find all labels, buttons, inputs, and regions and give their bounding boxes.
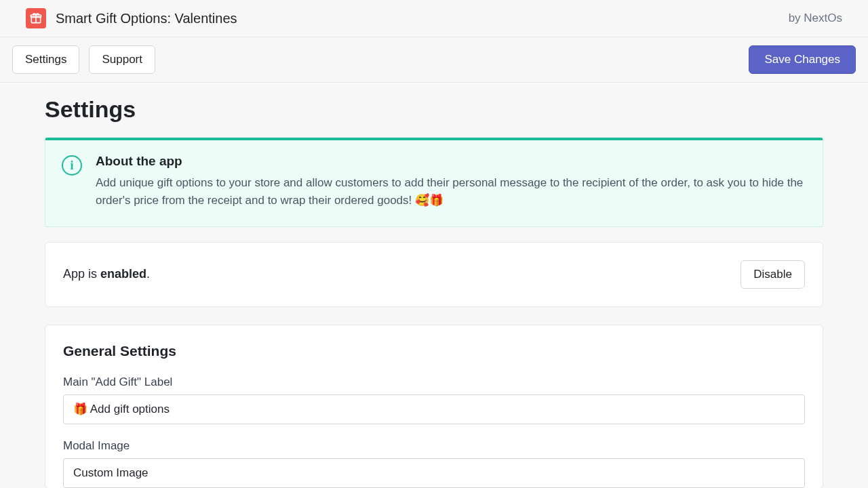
app-header: Smart Gift Options: Valentines by NextOs — [0, 0, 868, 37]
about-text: Add unique gift options to your store an… — [96, 174, 806, 210]
main-add-gift-label: Main "Add Gift" Label — [63, 375, 805, 389]
save-changes-button[interactable]: Save Changes — [749, 45, 856, 74]
header-left: Smart Gift Options: Valentines — [26, 8, 237, 28]
page-title: Settings — [45, 96, 823, 123]
about-card: i About the app Add unique gift options … — [45, 138, 823, 227]
app-title: Smart Gift Options: Valentines — [56, 11, 237, 26]
status-state: enabled — [100, 267, 146, 281]
toolbar: Settings Support Save Changes — [0, 37, 868, 83]
app-icon — [26, 8, 46, 28]
disable-button[interactable]: Disable — [741, 260, 805, 289]
status-suffix: . — [146, 267, 150, 281]
general-settings-title: General Settings — [63, 343, 805, 359]
toolbar-left: Settings Support — [12, 45, 155, 74]
content: Settings i About the app Add unique gift… — [0, 83, 868, 488]
about-heading: About the app — [96, 154, 806, 169]
modal-image-label: Modal Image — [63, 439, 805, 453]
about-body: About the app Add unique gift options to… — [96, 154, 806, 210]
general-settings-card: General Settings Main "Add Gift" Label M… — [45, 325, 823, 488]
byline: by NextOs — [789, 12, 842, 25]
status-text: App is enabled. — [63, 267, 150, 281]
main-add-gift-input[interactable] — [63, 394, 805, 424]
modal-image-select[interactable]: Custom Image — [63, 458, 805, 488]
info-icon: i — [62, 155, 82, 176]
status-prefix: App is — [63, 267, 100, 281]
settings-button[interactable]: Settings — [12, 45, 79, 74]
support-button[interactable]: Support — [89, 45, 155, 74]
status-card: App is enabled. Disable — [45, 242, 823, 307]
